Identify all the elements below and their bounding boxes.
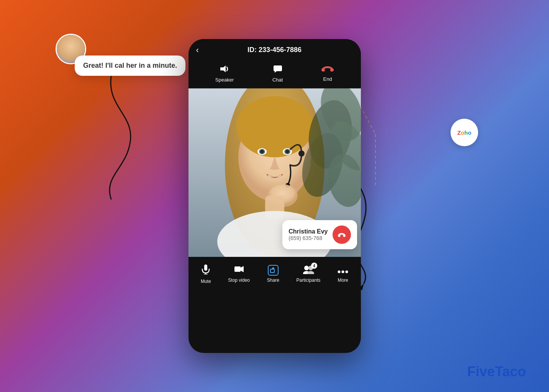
more-button[interactable]: More [338,265,348,283]
svg-point-6 [322,69,325,72]
speech-bubble: Great! I'll cal her in a minute. [75,56,185,76]
stop-video-button[interactable]: Stop video [228,265,250,283]
call-header: ‹ ID: 233-456-7886 [188,39,361,61]
mute-icon [202,264,210,277]
participants-badge: 4 [311,263,317,269]
chat-icon [273,65,283,75]
video-icon [234,265,244,276]
svg-rect-33 [234,266,241,272]
speech-text: Great! I'll cal her in a minute. [83,62,177,69]
participants-button[interactable]: 4 Participants [297,265,321,283]
chat-label: Chat [272,77,283,83]
zoho-badge: Zoho [451,119,478,146]
svg-point-41 [342,271,344,273]
call-controls: Speaker Chat End [188,61,361,88]
svg-point-22 [285,150,289,154]
share-label: Share [267,278,279,283]
mute-button[interactable]: Mute [201,264,211,284]
svg-point-28 [338,235,340,237]
call-id: ID: 233-456-7886 [247,46,302,54]
chat-button[interactable]: Chat [272,65,283,83]
more-icon [338,265,348,276]
svg-rect-30 [204,265,207,271]
participants-label: Participants [297,278,321,283]
incoming-call-card: Christina Evy (659) 635-768 [282,220,357,249]
svg-marker-5 [275,71,277,73]
svg-marker-3 [220,65,226,72]
zoho-text: Zoho [457,129,472,136]
caller-name: Christina Evy [288,228,328,235]
end-label: End [323,76,332,82]
share-icon [268,265,279,276]
svg-marker-34 [241,266,244,272]
speaker-button[interactable]: Speaker [215,65,234,83]
svg-point-36 [304,266,309,270]
stop-video-label: Stop video [228,278,250,283]
svg-rect-35 [270,269,274,273]
svg-rect-4 [274,65,282,71]
end-call-button[interactable]: End [321,65,334,83]
end-icon [321,65,334,75]
video-area: Christina Evy (659) 635-768 [188,88,361,257]
brand: FiveTaco [467,364,526,380]
more-label: More [338,278,348,283]
svg-point-40 [338,271,341,273]
speaker-icon [220,65,229,75]
svg-point-7 [330,69,333,72]
phone-end-icon [338,230,346,239]
share-button[interactable]: Share [267,265,279,283]
bottom-toolbar: Mute Stop video Share [188,257,361,292]
svg-point-42 [346,271,348,273]
decline-call-button[interactable] [333,225,351,244]
svg-point-19 [260,150,264,154]
back-button[interactable]: ‹ [196,45,199,55]
mute-label: Mute [201,279,211,284]
participants-icon-wrap: 4 [303,265,314,276]
phone-mockup: ‹ ID: 233-456-7886 Speaker Chat [188,39,361,353]
speaker-label: Speaker [215,77,234,83]
plant-decoration [292,88,361,222]
caller-info: Christina Evy (659) 635-768 [288,228,328,241]
caller-number: (659) 635-768 [288,235,328,241]
svg-point-29 [343,235,345,237]
brand-text: FiveTaco [467,364,526,379]
